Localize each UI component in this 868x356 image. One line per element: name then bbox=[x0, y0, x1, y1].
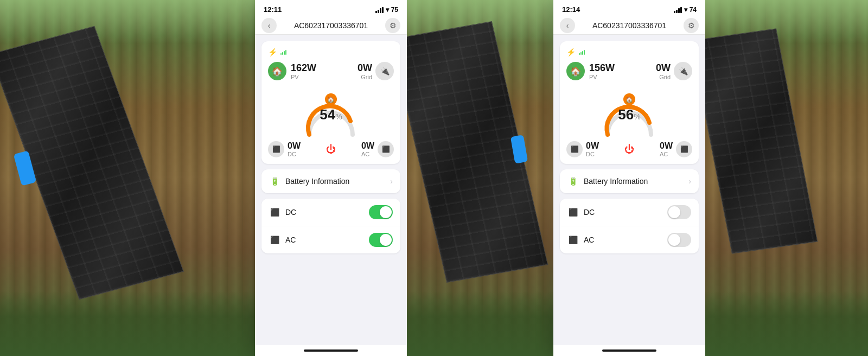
phone1-dc-watts: 0W bbox=[288, 141, 301, 151]
phone2-ac-label: AC bbox=[660, 151, 673, 157]
phone-1-container: 12:11 ▾ 75 ‹ AC602317003336701 ⚙ bbox=[255, 0, 407, 356]
phone2-pv-icon: 🏠 bbox=[566, 62, 585, 80]
phone2-energy-top: 🏠 156W PV 0W Grid 🔌 bbox=[566, 62, 692, 80]
phone1-time: 12:11 bbox=[264, 5, 282, 14]
phone1-grid-section: 0W Grid 🔌 bbox=[358, 62, 394, 80]
phone2-bluetooth-icon: ⚡ bbox=[566, 48, 576, 56]
phone1-content: ⚡ 🏠 162W PV bbox=[255, 35, 407, 345]
phone1-ac-info: 0W AC bbox=[361, 141, 374, 157]
phone2-grid-watts: 0W bbox=[656, 62, 671, 74]
signal-bar-1 bbox=[375, 11, 377, 13]
phone1-gauge-container: 🏠 54% bbox=[268, 87, 394, 139]
phone2-connectivity: ⚡ bbox=[566, 48, 692, 56]
phone2-wifi-icon: ▾ bbox=[684, 6, 687, 14]
phone1-settings-button[interactable]: ⚙ bbox=[385, 18, 400, 33]
phone1-grid-info: 0W Grid bbox=[358, 62, 372, 80]
phone2-status-bar: 12:14 ▾ 74 bbox=[553, 0, 705, 17]
phone2-dc-toggle-label: DC bbox=[584, 208, 662, 217]
signal-bar-2 bbox=[378, 10, 379, 13]
phone2-mini-signal bbox=[579, 49, 585, 55]
phone1-wifi-icon: ▾ bbox=[386, 6, 389, 14]
phone1-battery-percent: 54 bbox=[320, 106, 335, 123]
phone2-pv-info: 156W PV bbox=[589, 62, 615, 80]
phone2-dc-toggle-icon: ⬛ bbox=[567, 207, 578, 218]
phone1-ac-toggle[interactable] bbox=[369, 233, 393, 247]
phone2-home-indicator bbox=[553, 345, 705, 356]
phone2-battery-info-item[interactable]: 🔋 Battery Information › bbox=[560, 169, 699, 193]
phone2-settings-button[interactable]: ⚙ bbox=[684, 18, 699, 33]
signal-bar-3b bbox=[678, 8, 680, 13]
phone1-dc-label: DC bbox=[288, 151, 301, 157]
phone1-energy-top: 🏠 162W PV 0W Grid 🔌 bbox=[268, 62, 394, 80]
phone2-battery-info-chevron: › bbox=[688, 177, 691, 186]
phone2-power-button[interactable]: ⏻ bbox=[622, 142, 637, 157]
phone1-gauge: 🏠 54% bbox=[301, 91, 361, 135]
phone2-gauge-container: 🏠 56% bbox=[566, 87, 692, 139]
signal-bar-4 bbox=[382, 7, 384, 13]
phone2-back-button[interactable]: ‹ bbox=[560, 18, 575, 33]
phone2-dc-toggle[interactable] bbox=[667, 205, 691, 219]
phone1-ac-toggle-label: AC bbox=[285, 236, 363, 244]
phone1-nav-title: AC602317003336701 bbox=[294, 21, 368, 30]
phone2-dc-icon: ⬛ bbox=[566, 141, 583, 157]
phone2-pv-label: PV bbox=[589, 74, 615, 80]
middle-photo-section bbox=[407, 0, 553, 356]
phone1-back-button[interactable]: ‹ bbox=[261, 18, 277, 33]
phone2-battery-info-card[interactable]: 🔋 Battery Information › bbox=[560, 169, 699, 193]
phone2-battery-center-icon: 🏠 bbox=[623, 93, 635, 105]
phone1-grid-label: Grid bbox=[358, 74, 372, 80]
signal-bar-2b bbox=[676, 10, 678, 13]
phone1-dc-toggle-icon: ⬛ bbox=[269, 207, 280, 218]
right-photo-section bbox=[705, 0, 868, 356]
phone2-time: 12:14 bbox=[562, 5, 580, 14]
phone2-ac-info: 0W AC bbox=[660, 141, 673, 157]
phone2-ac-toggle[interactable] bbox=[667, 233, 691, 247]
phone2-content: ⚡ 🏠 156W PV bbox=[553, 35, 705, 345]
signal-bar-3 bbox=[380, 8, 381, 13]
signal-bar-1b bbox=[674, 11, 675, 13]
phone1-battery-info-icon: 🔋 bbox=[269, 176, 280, 187]
phone1-ac-icon: ⬛ bbox=[378, 141, 394, 157]
phone2-energy-bottom: ⬛ 0W DC ⏻ 0W AC ⬛ bbox=[566, 141, 692, 157]
phone-2-container: 12:14 ▾ 74 ‹ AC602317003336701 ⚙ bbox=[553, 0, 705, 356]
phone1-battery-info-item[interactable]: 🔋 Battery Information › bbox=[261, 169, 400, 193]
phone1-dc-section: ⬛ 0W DC bbox=[268, 141, 301, 157]
phone1-pv-label: PV bbox=[291, 74, 316, 80]
phone2-dc-toggle-item: ⬛ DC bbox=[560, 199, 699, 226]
phone2-status-right: ▾ 74 bbox=[674, 6, 697, 14]
phone1-dc-toggle[interactable] bbox=[369, 205, 393, 219]
phone2-dc-section: ⬛ 0W DC bbox=[566, 141, 599, 157]
phone1-grid-watts: 0W bbox=[358, 62, 372, 74]
phone2-battery-percent: 56 bbox=[618, 106, 634, 123]
phone2-grid-info: 0W Grid bbox=[656, 62, 671, 80]
phone2-pv-watts: 156W bbox=[589, 62, 615, 74]
phone1-bluetooth-icon: ⚡ bbox=[268, 48, 277, 56]
phone2-pv-section: 🏠 156W PV bbox=[566, 62, 615, 80]
phone2-gauge-center: 56% bbox=[618, 106, 640, 123]
phone2-home-bar bbox=[602, 349, 656, 352]
phone2-ac-section: 0W AC ⬛ bbox=[660, 141, 692, 157]
phone1-battery-info-label: Battery Information bbox=[285, 177, 385, 186]
phone1-gauge-center: 54% bbox=[320, 106, 342, 123]
phone2-battery-text: 74 bbox=[690, 6, 697, 14]
phone1-home-indicator bbox=[255, 345, 407, 356]
signal-bar-4b bbox=[680, 7, 682, 13]
phone1-power-button[interactable]: ⏻ bbox=[323, 142, 339, 157]
phone1-pv-info: 162W PV bbox=[291, 62, 316, 80]
phone2-dc-watts: 0W bbox=[586, 141, 599, 151]
phone1-home-bar bbox=[304, 349, 358, 352]
phone2-navbar: ‹ AC602317003336701 ⚙ bbox=[553, 17, 705, 35]
phone1-controls-card: ⬛ DC ⬛ AC bbox=[261, 199, 400, 253]
phone1-ac-label: AC bbox=[361, 151, 374, 157]
phone1-dc-toggle-item: ⬛ DC bbox=[261, 199, 400, 226]
phone2-signal bbox=[674, 7, 682, 13]
phone1-connectivity: ⚡ bbox=[268, 48, 394, 56]
phone1-ac-toggle-icon: ⬛ bbox=[269, 234, 280, 245]
phone2-battery-info-label: Battery Information bbox=[584, 177, 683, 186]
phone1-mini-signal bbox=[280, 49, 286, 55]
phone2-ac-toggle-icon: ⬛ bbox=[567, 234, 578, 245]
phone1-pv-section: 🏠 162W PV bbox=[268, 62, 316, 80]
phone1-battery-info-card[interactable]: 🔋 Battery Information › bbox=[261, 169, 400, 193]
phone1-navbar: ‹ AC602317003336701 ⚙ bbox=[255, 17, 407, 35]
phone1-battery-text: 75 bbox=[391, 6, 398, 14]
